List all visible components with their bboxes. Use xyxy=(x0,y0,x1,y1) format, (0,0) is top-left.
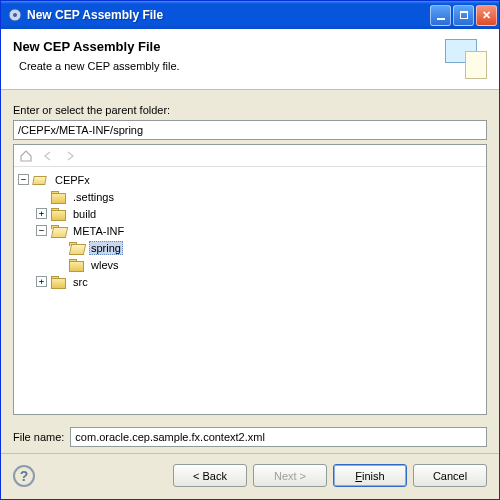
folder-open-icon xyxy=(69,242,84,254)
next-button[interactable]: Next > xyxy=(253,464,327,487)
tree-label: .settings xyxy=(71,191,116,203)
tree-toolbar xyxy=(14,145,486,167)
folder-icon xyxy=(51,276,66,288)
expand-toggle-icon[interactable]: + xyxy=(36,208,47,219)
window-controls: ✕ xyxy=(430,5,497,26)
expand-toggle-icon[interactable]: − xyxy=(36,225,47,236)
tree-label: build xyxy=(71,208,98,220)
expand-spacer xyxy=(36,191,47,202)
back-arrow-icon[interactable] xyxy=(40,148,56,164)
folder-tree[interactable]: − CEPFx .settings xyxy=(14,167,486,414)
tree-node-metainf[interactable]: − META-INF xyxy=(36,222,484,239)
tree-label: src xyxy=(71,276,90,288)
expand-spacer xyxy=(54,242,65,253)
page-title: New CEP Assembly File xyxy=(13,39,439,54)
dialog-window: New CEP Assembly File ✕ New CEP Assembly… xyxy=(0,0,500,500)
forward-arrow-icon[interactable] xyxy=(62,148,78,164)
filename-input[interactable] xyxy=(70,427,487,447)
folder-open-icon xyxy=(51,225,66,237)
tree-label: CEPFx xyxy=(53,174,92,186)
dialog-footer: ? < Back Next > Finish Cancel xyxy=(1,453,499,499)
folder-icon xyxy=(69,259,84,271)
svg-point-1 xyxy=(13,13,17,17)
minimize-button[interactable] xyxy=(430,5,451,26)
help-button[interactable]: ? xyxy=(13,465,35,487)
tree-node-wlevs[interactable]: wlevs xyxy=(54,256,484,273)
finish-button[interactable]: Finish xyxy=(333,464,407,487)
tree-node-project[interactable]: − CEPFx xyxy=(18,171,484,188)
expand-spacer xyxy=(54,259,65,270)
tree-node-src[interactable]: + src xyxy=(36,273,484,290)
titlebar-title: New CEP Assembly File xyxy=(27,8,430,22)
folder-tree-panel: − CEPFx .settings xyxy=(13,144,487,415)
project-folder-icon xyxy=(33,174,48,186)
tree-label-selected: spring xyxy=(89,241,123,255)
tree-node-spring[interactable]: spring xyxy=(54,239,484,256)
tree-node-settings[interactable]: .settings xyxy=(36,188,484,205)
tree-label: wlevs xyxy=(89,259,121,271)
folder-icon xyxy=(51,208,66,220)
filename-label: File name: xyxy=(13,431,64,443)
wizard-icon xyxy=(439,39,487,79)
dialog-body: Enter or select the parent folder: xyxy=(1,90,499,453)
parent-folder-input[interactable] xyxy=(13,120,487,140)
parent-folder-label: Enter or select the parent folder: xyxy=(13,104,487,116)
filename-row: File name: xyxy=(13,427,487,447)
app-icon xyxy=(7,7,23,23)
page-subtitle: Create a new CEP assembly file. xyxy=(13,60,439,72)
tree-node-build[interactable]: + build xyxy=(36,205,484,222)
tree-label: META-INF xyxy=(71,225,126,237)
folder-icon xyxy=(51,191,66,203)
cancel-button[interactable]: Cancel xyxy=(413,464,487,487)
header-text: New CEP Assembly File Create a new CEP a… xyxy=(13,39,439,72)
maximize-button[interactable] xyxy=(453,5,474,26)
back-button[interactable]: < Back xyxy=(173,464,247,487)
button-bar: < Back Next > Finish Cancel xyxy=(173,464,487,487)
expand-toggle-icon[interactable]: − xyxy=(18,174,29,185)
home-icon[interactable] xyxy=(18,148,34,164)
close-button[interactable]: ✕ xyxy=(476,5,497,26)
dialog-header: New CEP Assembly File Create a new CEP a… xyxy=(1,29,499,90)
titlebar[interactable]: New CEP Assembly File ✕ xyxy=(1,1,499,29)
expand-toggle-icon[interactable]: + xyxy=(36,276,47,287)
